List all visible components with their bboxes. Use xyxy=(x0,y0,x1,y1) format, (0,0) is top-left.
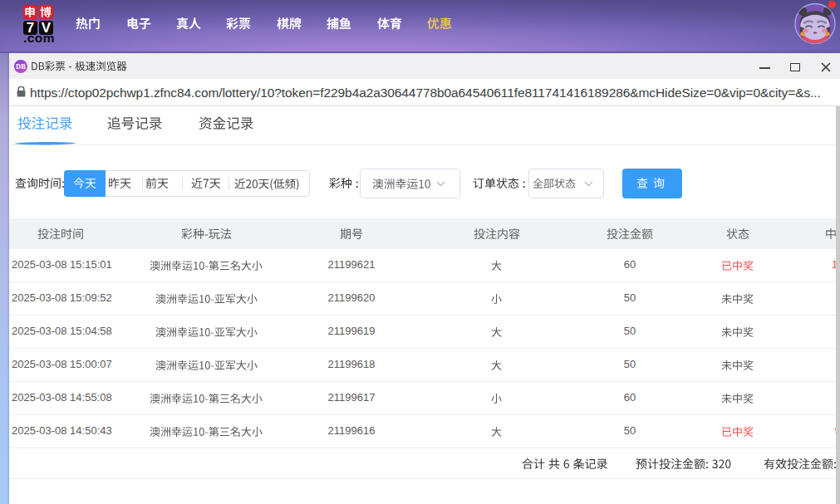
svg-text:DB: DB xyxy=(16,62,26,71)
